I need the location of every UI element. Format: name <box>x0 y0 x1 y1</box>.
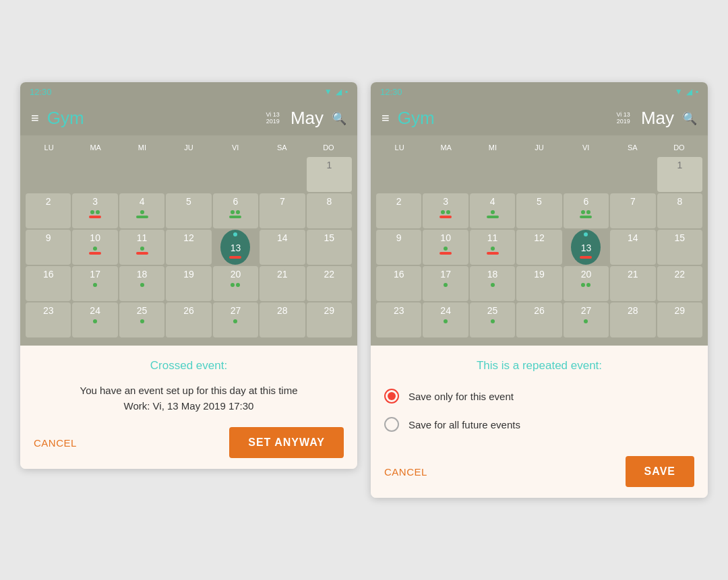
cal-day-22-p2[interactable]: 22 <box>657 266 702 301</box>
cal-day-11[interactable]: 11 <box>119 230 164 265</box>
cal-day-17[interactable]: 17 <box>72 266 117 301</box>
cal-day-8[interactable]: 8 <box>307 193 352 228</box>
cal-day-13-p2-selected[interactable]: 13 <box>571 230 601 265</box>
month-label-2: May <box>641 108 674 129</box>
cal-day-24[interactable]: 24 <box>72 302 117 337</box>
cal-day-6[interactable]: 6 <box>213 193 258 228</box>
cal-day-9[interactable]: 9 <box>26 230 71 265</box>
cal-day-9-p2[interactable]: 9 <box>376 230 421 265</box>
search-icon-1[interactable]: 🔍 <box>332 111 346 126</box>
cal-day-22[interactable]: 22 <box>307 266 352 301</box>
menu-icon-1[interactable]: ≡ <box>31 110 39 126</box>
cal-day-19[interactable]: 19 <box>166 266 211 301</box>
wd-ma-2: MA <box>423 141 469 154</box>
search-icon-2[interactable]: 🔍 <box>682 111 697 126</box>
battery-icon: ▪ <box>345 87 348 96</box>
bars-10 <box>89 252 101 255</box>
cal-day-27[interactable]: 27 <box>213 302 258 337</box>
wd-do-1: DO <box>305 141 352 154</box>
phones-wrapper: 12:30 ▼ ◢ ▪ ≡ Gym Vi 13 2019 May 🔍 LU MA… <box>20 82 708 498</box>
cal-day-13-selected[interactable]: 13 <box>220 230 250 265</box>
cal-day-16[interactable]: 16 <box>26 266 71 301</box>
cal-day-17-p2[interactable]: 17 <box>423 266 468 301</box>
month-label-1: May <box>291 108 324 129</box>
cal-day-1-p2[interactable]: 1 <box>657 157 702 192</box>
bar-red <box>487 252 499 255</box>
cal-day-20-p2[interactable]: 20 <box>564 266 609 301</box>
cal-day-7-p2[interactable]: 7 <box>610 193 655 228</box>
menu-icon-2[interactable]: ≡ <box>382 110 390 126</box>
cal-day-12[interactable]: 12 <box>166 230 211 265</box>
radio-circle-2 <box>384 417 399 432</box>
cal-empty-2 <box>610 157 655 192</box>
cal-day-14[interactable]: 14 <box>260 230 305 265</box>
cal-day-15-p2[interactable]: 15 <box>657 230 702 265</box>
cal-day-2-p2[interactable]: 2 <box>376 193 421 228</box>
dot-green <box>444 319 448 323</box>
dot-green <box>140 247 144 251</box>
cal-day-10-p2[interactable]: 10 <box>423 230 468 265</box>
dots-25 <box>140 319 144 323</box>
bottom-panel-1: Crossed event: You have an event set up … <box>20 346 357 469</box>
cal-day-27-p2[interactable]: 27 <box>564 302 609 337</box>
cal-day-18[interactable]: 18 <box>119 266 164 301</box>
cancel-button-2[interactable]: CANCEL <box>384 466 427 478</box>
bars-11 <box>136 252 148 255</box>
dot-green <box>586 210 590 214</box>
cal-day-25[interactable]: 25 <box>119 302 164 337</box>
bar-red <box>136 252 148 255</box>
cancel-button-1[interactable]: CANCEL <box>34 437 77 449</box>
radio-option-2[interactable]: Save for all future events <box>384 417 694 432</box>
save-button[interactable]: SAVE <box>626 456 694 487</box>
cal-day-1[interactable]: 1 <box>307 157 352 192</box>
cal-day-3-p2[interactable]: 3 <box>423 193 468 228</box>
cal-day-23[interactable]: 23 <box>26 302 71 337</box>
cal-day-23-p2[interactable]: 23 <box>376 302 421 337</box>
status-bar-2: 12:30 ▼ ◢ ▪ <box>371 82 708 101</box>
cal-day-11-p2[interactable]: 11 <box>470 230 515 265</box>
radio-option-1[interactable]: Save only for this event <box>384 389 694 404</box>
cal-day-29-p2[interactable]: 29 <box>657 302 702 337</box>
cal-day-4[interactable]: 4 <box>119 193 164 228</box>
cal-day-12-p2[interactable]: 12 <box>516 230 562 265</box>
cal-day-25-p2[interactable]: 25 <box>470 302 515 337</box>
cal-day-5[interactable]: 5 <box>166 193 211 228</box>
cal-day-28[interactable]: 28 <box>260 302 305 337</box>
weekdays-1: LU MA MI JU VI SA DO <box>26 141 352 154</box>
cal-day-18-p2[interactable]: 18 <box>470 266 515 301</box>
wd-ju-2: JU <box>516 141 562 154</box>
cal-day-4-p2[interactable]: 4 <box>470 193 515 228</box>
cal-day-19-p2[interactable]: 19 <box>516 266 562 301</box>
bar-red <box>89 252 101 255</box>
cal-day-7[interactable]: 7 <box>260 193 305 228</box>
dot-green <box>444 247 448 251</box>
cal-day-16-p2[interactable]: 16 <box>376 266 421 301</box>
cal-day-15[interactable]: 15 <box>307 230 352 265</box>
cal-day-21-p2[interactable]: 21 <box>610 266 655 301</box>
cal-day-24-p2[interactable]: 24 <box>423 302 468 337</box>
set-anyway-button[interactable]: SET ANYWAY <box>229 427 344 458</box>
cal-grid-2: 1 2 3 4 <box>376 157 702 337</box>
cal-day-29[interactable]: 29 <box>307 302 352 337</box>
bars-4 <box>136 216 148 218</box>
cal-day-3[interactable]: 3 <box>72 193 117 228</box>
cal-day-26[interactable]: 26 <box>166 302 211 337</box>
dots-18 <box>140 283 144 287</box>
cal-day-5-p2[interactable]: 5 <box>516 193 562 228</box>
dot-green <box>581 210 585 214</box>
cal-day-14-p2[interactable]: 14 <box>610 230 655 265</box>
cal-day-2[interactable]: 2 <box>26 193 71 228</box>
date-year-2: 2019 <box>617 119 630 125</box>
dot-green <box>491 210 495 214</box>
dots-3 <box>90 210 100 214</box>
cal-day-28-p2[interactable]: 28 <box>610 302 655 337</box>
cal-day-6-p2[interactable]: 6 <box>564 193 609 228</box>
cal-day-10[interactable]: 10 <box>72 230 117 265</box>
bar-red <box>89 216 101 218</box>
dot-green <box>236 283 240 287</box>
cal-day-20[interactable]: 20 <box>213 266 258 301</box>
cal-day-8-p2[interactable]: 8 <box>657 193 702 228</box>
conflict-line2: Work: Vi, 13 May 2019 17:30 <box>124 400 254 412</box>
cal-day-21[interactable]: 21 <box>260 266 305 301</box>
cal-day-26-p2[interactable]: 26 <box>516 302 562 337</box>
